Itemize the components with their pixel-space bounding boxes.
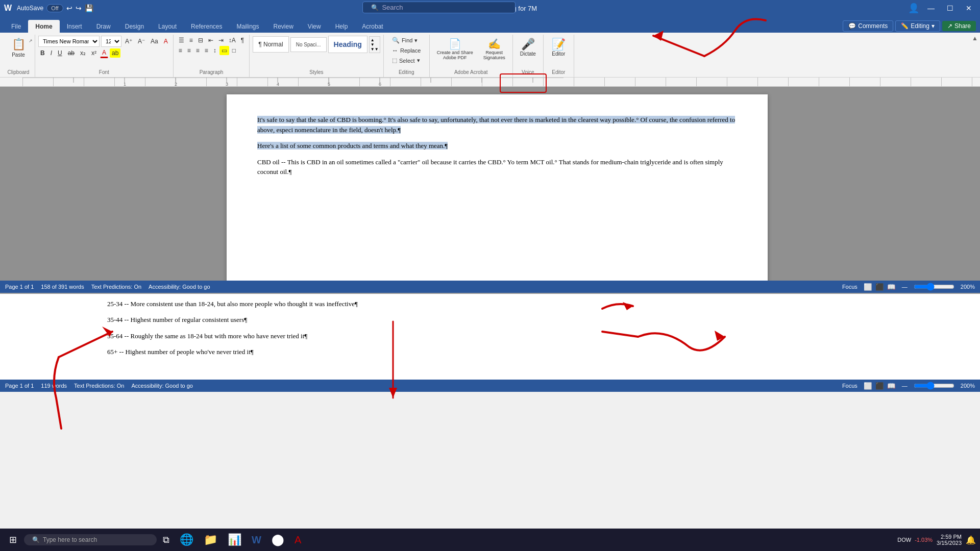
dictate-button[interactable]: 🎤 Dictate [516,36,540,59]
web-layout-btn2[interactable]: ⬛ [875,382,884,390]
taskbar-acrobat[interactable]: A [290,532,305,548]
numbering-button[interactable]: ≡ [187,36,195,45]
tab-acrobat[interactable]: Acrobat [355,20,390,33]
bullets-button[interactable]: ☰ [177,36,186,45]
paragraph-row1: ☰ ≡ ⊟ ⇤ ⇥ ↕A ¶ [177,36,246,45]
tab-view[interactable]: View [301,20,328,33]
sort-button[interactable]: ↕A [227,36,238,45]
taskbar-search-bar[interactable]: 🔍 Type here to search [24,534,157,545]
editor-button[interactable]: 📝 Editor [548,36,570,59]
justify-button[interactable]: ≡ [203,46,210,55]
clipboard-expand[interactable]: ↗ [29,37,33,44]
borders-button[interactable]: □ [230,46,238,55]
undo-button[interactable]: ↩ [66,4,72,12]
close-button[interactable]: ✕ [962,2,976,14]
tab-design[interactable]: Design [118,20,151,33]
italic-button[interactable]: I [48,48,54,58]
tab-home[interactable]: Home [28,20,59,33]
font-grow-button[interactable]: A⁺ [123,37,134,46]
zoom-slider-1[interactable] [914,283,954,291]
underline-button[interactable]: U [56,48,64,58]
comments-label: Comments [858,22,888,30]
editing-button[interactable]: ✏️ Editing ▾ [895,20,940,32]
print-layout-btn2[interactable]: ⬜ [864,382,872,390]
request-sig-button[interactable]: ✍ RequestSignatures [479,36,509,62]
tab-insert[interactable]: Insert [60,20,89,33]
tab-references[interactable]: References [184,20,229,33]
highlight-button[interactable]: ab [110,48,120,58]
read-mode-btn[interactable]: 📖 [887,283,896,291]
clear-format-button[interactable]: A [162,37,170,46]
tab-help[interactable]: Help [328,20,355,33]
read-mode-btn2[interactable]: 📖 [887,382,896,390]
style-no-spacing[interactable]: No Spaci... [290,37,327,52]
find-button[interactable]: 🔍 Find ▾ [390,36,420,45]
style-normal[interactable]: ¶ Normal [253,36,288,53]
find-icon: 🔍 [392,37,400,44]
align-right-button[interactable]: ≡ [194,46,202,55]
superscript-button[interactable]: x² [89,48,99,58]
font-size-select[interactable]: 12 [101,36,121,47]
change-case-button[interactable]: Aa [149,37,160,46]
subscript-button[interactable]: x₂ [78,48,88,58]
align-center-button[interactable]: ≡ [185,46,193,55]
font-shrink-button[interactable]: A⁻ [136,37,147,46]
text-selected-2: Here's a list of some common products an… [257,142,448,149]
font-name-select[interactable]: Times New Roman [38,36,100,47]
bold-button[interactable]: B [38,48,47,58]
decrease-indent-button[interactable]: ⇤ [206,36,215,45]
tab-file[interactable]: File [4,20,28,33]
zoom-slider-2[interactable] [914,382,954,390]
taskbar-taskview[interactable]: ⧉ [159,533,174,547]
style-heading1[interactable]: Heading [328,36,368,53]
font-row2: B I U ab x₂ x² A ab [38,48,170,58]
taskbar-edge[interactable]: 🌐 [176,531,198,548]
dropdown-icon: ▾ [932,22,935,30]
autosave-toggle[interactable]: Off [46,4,63,12]
redo-button[interactable]: ↪ [76,4,82,12]
minimize-button[interactable]: — [923,2,939,14]
focus-button-2[interactable]: Focus [842,383,857,389]
comments-button[interactable]: 💬 Comments [843,20,893,32]
replace-icon: ↔ [392,47,398,54]
multilevel-button[interactable]: ⊟ [196,36,205,45]
doc-area-lower: 25-34 -- More consistent use than 18-24,… [0,293,980,380]
show-marks-button[interactable]: ¶ [239,36,246,45]
ribbon-group-font: Times New Roman 12 A⁺ A⁻ Aa A B I U ab x… [35,35,174,77]
save-button[interactable]: 💾 [85,4,93,12]
pdf-icon: 📄 [449,38,461,50]
taskbar-word[interactable]: W [248,532,265,548]
shading-button[interactable]: ▭ [219,46,229,55]
create-pdf-button[interactable]: 📄 Create and ShareAdobe PDF [433,36,477,62]
svg-text:1: 1 [124,82,126,87]
taskbar-chrome[interactable]: ⬤ [267,531,288,548]
voice-label: Voice [516,69,540,77]
tab-review[interactable]: Review [266,20,301,33]
font-color-button[interactable]: A [100,48,108,58]
start-button[interactable]: ⊞ [4,531,22,548]
web-layout-btn[interactable]: ⬛ [875,283,884,291]
tab-draw[interactable]: Draw [89,20,118,33]
tab-mailings[interactable]: Mailings [229,20,266,33]
line-spacing-button[interactable]: ↕ [211,46,218,55]
increase-indent-button[interactable]: ⇥ [216,36,226,45]
taskbar-excel[interactable]: 📊 [224,531,246,548]
title-bar-controls: 👤 — ☐ ✕ [908,2,976,14]
maximize-button[interactable]: ☐ [943,2,958,14]
doc-page-upper[interactable]: It's safe to say that the sale of CBD is… [227,94,768,281]
select-icon: ⬚ [392,57,397,64]
style-dropdown[interactable]: ▲ ▼ ▼▼ [369,36,380,53]
notification-button[interactable]: 🔔 [966,535,976,545]
search-bar-title[interactable]: 🔍 Search [362,2,516,13]
share-button[interactable]: ↗ Share [942,21,976,31]
taskbar-explorer[interactable]: 📁 [200,531,222,548]
focus-button-1[interactable]: Focus [842,284,857,290]
print-layout-btn[interactable]: ⬜ [864,283,872,291]
paste-button[interactable]: 📋 Paste [8,36,30,60]
replace-button[interactable]: ↔ Replace [390,46,423,55]
select-button[interactable]: ⬚ Select ▾ [390,56,422,65]
tab-layout[interactable]: Layout [151,20,184,33]
strikethrough-button[interactable]: ab [66,48,77,58]
collapse-ribbon-button[interactable]: ▲ [972,35,978,42]
align-left-button[interactable]: ≡ [177,46,184,55]
